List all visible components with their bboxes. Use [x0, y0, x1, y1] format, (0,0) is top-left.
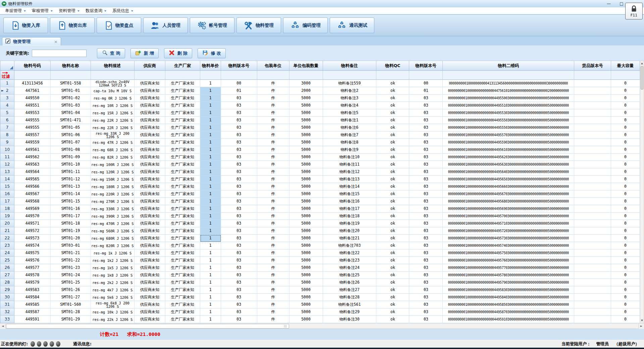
cell-material-qc[interactable]: ok: [376, 168, 409, 176]
cell-material-version[interactable]: 03: [221, 198, 257, 205]
cell-package-qty[interactable]: 5000: [289, 279, 323, 286]
cell-goods-version[interactable]: [574, 168, 611, 176]
cell-package-unit[interactable]: 件: [257, 95, 289, 102]
column-header-material-version2[interactable]: 物料版本号: [409, 61, 443, 71]
cell-material-desc[interactable]: res-mg 270R J 1206 S: [91, 198, 135, 205]
table-row[interactable]: 27449578SMT01-24res-mg 1k8 J 1206 S供应商未知…: [0, 272, 640, 279]
cell-material-remark[interactable]: 物料备注23: [323, 257, 377, 264]
cell-max-capacity[interactable]: 0: [611, 249, 640, 257]
cell-package-unit[interactable]: 件: [257, 316, 289, 323]
cell-material-desc[interactable]: cap-ta 10u M 10V S: [91, 87, 135, 95]
cell-goods-version[interactable]: [574, 272, 611, 279]
cell-package-qty[interactable]: 5000: [289, 102, 323, 109]
cell-package-unit[interactable]: 件: [257, 235, 289, 242]
cell-material-no[interactable]: 449573: [14, 235, 51, 242]
cell-material-qrcode[interactable]: 0000000001000000000000004495760300000000…: [443, 257, 574, 264]
table-row[interactable]: 20449571SMT01-18res-mg 470R J 1206 S供应商未…: [0, 220, 640, 227]
cell-goods-version[interactable]: [574, 124, 611, 131]
cell-material-name[interactable]: SMT01-02: [51, 95, 91, 102]
cell-package-qty[interactable]: 5000: [289, 109, 323, 117]
table-row[interactable]: 12449563SMT01-10res-mg 100R J 1206 S供应商未…: [0, 161, 640, 168]
cell-material-desc[interactable]: res-mg 180R J 1206 S: [91, 183, 135, 190]
column-header-supplier[interactable]: 供应商: [135, 61, 165, 71]
column-header-goods-version[interactable]: 货品版本号: [574, 61, 611, 71]
cell-material-version[interactable]: 03: [221, 124, 257, 131]
cell-package-qty[interactable]: 5000: [289, 242, 323, 249]
cell-material-name[interactable]: SMT01-07: [51, 139, 91, 146]
material-inbound-button[interactable]: 物资入库: [3, 17, 48, 33]
cell-material-version[interactable]: 03: [221, 131, 257, 139]
cell-material-remark[interactable]: 物料备注16: [323, 198, 377, 205]
cell-material-remark[interactable]: 物料备注7: [323, 131, 377, 139]
cell-supplier[interactable]: 供应商未知: [135, 264, 165, 272]
cell-material-desc[interactable]: res-mg 22k J 1206 S: [91, 316, 135, 323]
cell-material-name[interactable]: SMT01-20: [51, 235, 91, 242]
cell-goods-version[interactable]: [574, 249, 611, 257]
cell-package-unit[interactable]: 件: [257, 154, 289, 161]
cell-material-version2[interactable]: 03: [409, 316, 443, 323]
cell-manufacturer[interactable]: 生产厂家未知: [165, 176, 200, 183]
cell-row-selector[interactable]: 21: [0, 227, 14, 235]
cell-material-name[interactable]: SMT01-08: [51, 146, 91, 154]
cell-material-version2[interactable]: 03: [409, 227, 443, 235]
menu-audit-management[interactable]: 审核管理: [29, 7, 56, 14]
cell-supplier[interactable]: 供应商未知: [135, 183, 165, 190]
cell-material-version[interactable]: 03: [221, 316, 257, 323]
cell-material-no[interactable]: 447561: [14, 87, 51, 95]
cell-goods-version[interactable]: [574, 183, 611, 190]
cell-manufacturer[interactable]: 生产厂家未知: [165, 131, 200, 139]
cell-unit-price[interactable]: 1: [200, 95, 221, 102]
cell-material-remark[interactable]: 物料备注3: [323, 95, 377, 102]
cell-supplier[interactable]: 供应商未知: [135, 198, 165, 205]
cell-material-version[interactable]: 03: [221, 146, 257, 154]
cell-goods-version[interactable]: [574, 205, 611, 213]
cell-material-no[interactable]: 449562: [14, 154, 51, 161]
table-row[interactable]: 19449570SMT01-17res-mg 390R J 1206 S供应商未…: [0, 213, 640, 220]
cell-row-selector[interactable]: 15: [0, 183, 14, 190]
cell-package-unit[interactable]: 件: [257, 117, 289, 124]
material-outbound-button[interactable]: 物资出库: [50, 17, 95, 33]
cell-supplier[interactable]: 供应商未知: [135, 227, 165, 235]
filter-cell-row-selector[interactable]: →过滤: [0, 71, 14, 80]
cell-row-selector[interactable]: 19: [0, 213, 14, 220]
cell-unit-price[interactable]: 1: [200, 168, 221, 176]
cell-material-name[interactable]: SMT01-01: [51, 87, 91, 95]
cell-goods-version[interactable]: [574, 294, 611, 301]
cell-manufacturer[interactable]: 生产厂家未知: [165, 242, 200, 249]
cell-material-desc[interactable]: res-mg 470R J 1206 S: [91, 220, 135, 227]
cell-supplier[interactable]: 供应商未知: [135, 235, 165, 242]
cell-material-remark[interactable]: 物料备注18: [323, 213, 377, 220]
cell-package-unit[interactable]: 件: [257, 183, 289, 190]
cell-material-version[interactable]: 03: [221, 257, 257, 264]
cell-package-unit[interactable]: 件: [257, 205, 289, 213]
cell-package-unit[interactable]: 件: [257, 161, 289, 168]
cell-row-selector[interactable]: 25: [0, 257, 14, 264]
scroll-right-icon[interactable]: ►: [638, 324, 644, 329]
cell-material-name[interactable]: SMT01-06: [51, 131, 91, 139]
cell-supplier[interactable]: 供应商未知: [135, 242, 165, 249]
cell-material-qc[interactable]: ok: [376, 242, 409, 249]
cell-package-unit[interactable]: 件: [257, 220, 289, 227]
cell-package-unit[interactable]: 件: [257, 286, 289, 294]
cell-material-qc[interactable]: ok: [376, 205, 409, 213]
cell-supplier[interactable]: 供应商未知: [135, 87, 165, 95]
code-management-button[interactable]: 编码管理: [283, 17, 328, 33]
cell-material-qrcode[interactable]: 0000000001000000000000004495910300000000…: [443, 316, 574, 323]
table-row[interactable]: 8449557SMT01-06res-mg 33R J 200 1206 S供应…: [0, 131, 640, 139]
cell-material-qc[interactable]: ok: [376, 279, 409, 286]
cell-material-qc[interactable]: ok: [376, 102, 409, 109]
cell-material-name[interactable]: SMT01-12: [51, 176, 91, 183]
cell-material-version2[interactable]: 03: [409, 154, 443, 161]
cell-material-no[interactable]: 449555: [14, 124, 51, 131]
cell-material-qrcode[interactable]: 0000000001000000000000004495550300000000…: [443, 124, 574, 131]
table-row[interactable]: 11449562SMT01-09res-mg 82R J 1206 S供应商未知…: [0, 154, 640, 161]
cell-package-unit[interactable]: 件: [257, 308, 289, 316]
cell-material-name[interactable]: SMT01-22: [51, 257, 91, 264]
cell-goods-version[interactable]: [574, 109, 611, 117]
cell-package-qty[interactable]: 5000: [289, 168, 323, 176]
cell-material-qc[interactable]: ok: [376, 249, 409, 257]
cell-package-qty[interactable]: 5000: [289, 95, 323, 102]
cell-material-version[interactable]: 03: [221, 205, 257, 213]
cell-material-no[interactable]: 449564: [14, 168, 51, 176]
cell-row-selector[interactable]: 4: [0, 102, 14, 109]
